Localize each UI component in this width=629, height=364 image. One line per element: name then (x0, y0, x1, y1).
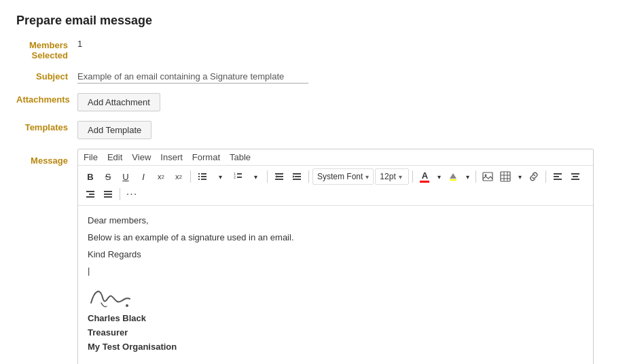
font-family-select[interactable]: System Font ▾ (312, 168, 374, 185)
svg-marker-17 (293, 175, 295, 178)
subject-input[interactable] (77, 70, 308, 84)
toolbar-list-chevron[interactable]: ▾ (212, 168, 228, 185)
signature-name: Charles Black (88, 312, 583, 326)
menu-format[interactable]: Format (192, 152, 220, 162)
svg-rect-5 (201, 179, 206, 180)
menu-table[interactable]: Table (230, 152, 251, 162)
signature-area: Charles Black Treasurer My Test Organisa… (88, 284, 583, 354)
email-line-1: Dear members, (88, 214, 583, 228)
svg-rect-21 (501, 172, 510, 181)
toolbar-sep-1 (190, 170, 191, 183)
toolbar-bold[interactable]: B (82, 168, 98, 185)
toolbar-strikethrough[interactable]: S (100, 168, 116, 185)
font-size-chevron: ▾ (399, 173, 402, 181)
toolbar-sep-3 (308, 170, 309, 183)
svg-rect-36 (104, 194, 112, 195)
svg-rect-2 (198, 176, 200, 177)
toolbar-font-color[interactable]: A (416, 168, 433, 185)
templates-label: Templates (16, 121, 77, 132)
toolbar-link[interactable] (526, 168, 542, 185)
toolbar-sep-5 (475, 170, 476, 183)
editor-body[interactable]: Dear members, Below is an example of a s… (78, 206, 593, 364)
add-template-button[interactable]: Add Template (77, 121, 151, 139)
svg-rect-29 (571, 173, 579, 175)
font-size-value: 12pt (380, 172, 395, 181)
toolbar-highlight-color[interactable] (445, 168, 461, 185)
email-line-3: Kind Regards (88, 248, 583, 262)
svg-rect-28 (554, 179, 562, 180)
svg-rect-27 (554, 176, 559, 177)
toolbar-align-right[interactable] (82, 186, 98, 202)
members-value: 1 (77, 39, 613, 49)
svg-rect-26 (554, 173, 562, 175)
toolbar-sep-4 (412, 170, 413, 183)
font-size-select[interactable]: 12pt ▾ (375, 168, 409, 185)
editor-toolbar: B S U I x2 x2 (78, 166, 593, 206)
toolbar-sep-7 (120, 188, 120, 200)
svg-rect-32 (86, 191, 94, 192)
toolbar-table-chevron[interactable]: ▾ (515, 168, 524, 185)
add-attachment-button[interactable]: Add Attachment (77, 93, 160, 111)
toolbar-image[interactable] (480, 168, 496, 185)
attachments-label: Attachments (16, 93, 77, 105)
toolbar-ordered-list[interactable]: 1. 2. (230, 168, 246, 185)
svg-rect-33 (89, 194, 94, 195)
svg-rect-18 (450, 179, 456, 181)
menu-edit[interactable]: Edit (107, 152, 122, 162)
svg-point-38 (126, 304, 128, 307)
toolbar-subscript[interactable]: x2 (170, 168, 187, 185)
svg-rect-34 (86, 196, 94, 198)
svg-rect-1 (201, 173, 206, 175)
toolbar-italic[interactable]: I (135, 168, 151, 185)
svg-rect-0 (198, 173, 200, 175)
svg-rect-35 (104, 191, 112, 192)
signature-organisation: My Test Organisation (88, 340, 583, 354)
svg-rect-31 (571, 179, 579, 180)
svg-rect-3 (201, 176, 206, 177)
svg-rect-19 (483, 172, 492, 181)
toolbar-unordered-list[interactable] (194, 168, 211, 185)
svg-rect-16 (293, 179, 301, 180)
svg-text:2.: 2. (234, 175, 236, 179)
font-family-value: System Font (317, 172, 363, 181)
svg-rect-12 (275, 179, 283, 180)
svg-rect-7 (237, 173, 242, 175)
email-line-2: Below is an example of a signature used … (88, 231, 583, 245)
email-cursor-line: | (88, 264, 583, 278)
svg-rect-15 (295, 176, 301, 177)
menu-file[interactable]: File (84, 152, 98, 162)
toolbar-underline[interactable]: U (118, 168, 134, 185)
svg-rect-11 (277, 176, 283, 177)
svg-rect-9 (237, 177, 242, 178)
svg-rect-37 (104, 196, 112, 198)
svg-rect-14 (293, 173, 301, 175)
svg-marker-13 (275, 175, 277, 178)
menu-insert[interactable]: Insert (160, 152, 183, 162)
toolbar-align-left[interactable] (550, 168, 566, 185)
toolbar-align-center[interactable] (567, 168, 583, 185)
members-label: Members Selected (16, 39, 77, 60)
svg-rect-30 (573, 176, 578, 177)
svg-rect-10 (275, 173, 283, 175)
toolbar-table[interactable] (497, 168, 514, 185)
toolbar-sep-6 (545, 170, 546, 183)
subject-label: Subject (16, 70, 77, 81)
toolbar-more[interactable]: ··· (124, 186, 140, 202)
editor-menu-bar: File Edit View Insert Format Table (78, 149, 593, 166)
font-family-chevron: ▾ (365, 173, 369, 181)
signature-title: Treasurer (88, 326, 583, 340)
menu-view[interactable]: View (132, 152, 151, 162)
toolbar-highlight-chevron[interactable]: ▾ (463, 168, 472, 185)
message-label: Message (16, 149, 77, 166)
toolbar-sep-2 (267, 170, 268, 183)
page-title: Prepare email message (16, 14, 613, 28)
svg-point-20 (485, 175, 487, 177)
toolbar-indent[interactable] (289, 168, 305, 185)
svg-rect-4 (198, 179, 200, 180)
toolbar-align-justify[interactable] (100, 186, 116, 202)
toolbar-font-color-chevron[interactable]: ▾ (434, 168, 444, 185)
toolbar-superscript[interactable]: x2 (153, 168, 169, 185)
toolbar-ordered-list-chevron[interactable]: ▾ (247, 168, 264, 185)
editor-container: File Edit View Insert Format Table B S U… (77, 149, 594, 364)
toolbar-outdent[interactable] (271, 168, 287, 185)
